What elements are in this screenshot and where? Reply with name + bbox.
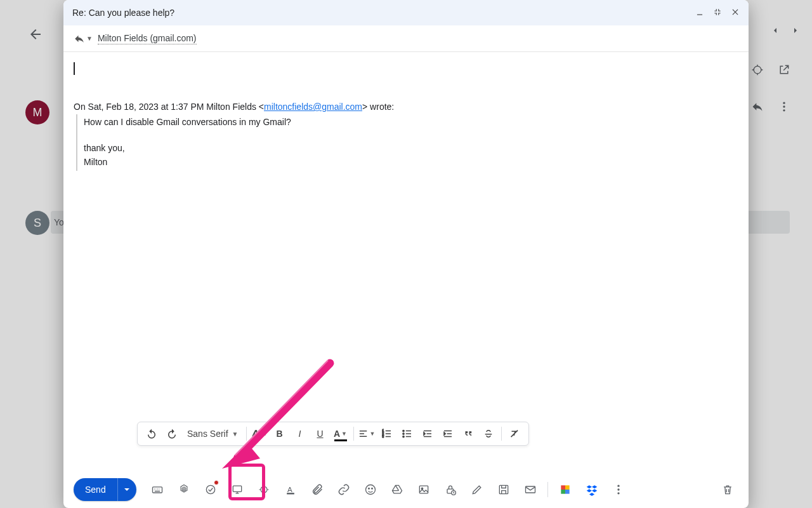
- bulleted-list-button[interactable]: [398, 425, 416, 443]
- svg-rect-17: [287, 493, 294, 495]
- svg-rect-26: [525, 486, 535, 493]
- format-toolbar: Sans Serif▼ ▼ B I U A▼ ▼ 123: [137, 422, 529, 446]
- svg-point-20: [371, 488, 372, 490]
- strikethrough-button[interactable]: [480, 425, 497, 443]
- svg-rect-11: [152, 487, 162, 493]
- attach-icon[interactable]: [306, 479, 328, 500]
- text-color-button[interactable]: A▼: [332, 425, 350, 443]
- svg-rect-28: [565, 485, 570, 490]
- numbered-list-button[interactable]: 123: [378, 425, 396, 443]
- font-size-button[interactable]: ▼: [251, 425, 268, 443]
- svg-point-19: [368, 488, 369, 490]
- svg-point-9: [402, 433, 403, 434]
- compose-header: Re: Can you please help?: [63, 0, 749, 25]
- svg-point-10: [402, 436, 403, 437]
- indent-less-button[interactable]: [419, 425, 436, 443]
- indent-more-button[interactable]: [439, 425, 457, 443]
- quote-button[interactable]: [459, 425, 477, 443]
- svg-point-13: [206, 485, 214, 493]
- emoji-icon[interactable]: [360, 479, 381, 500]
- recipient-chip[interactable]: Milton Fields (gmail.com): [98, 33, 197, 44]
- svg-rect-14: [233, 486, 241, 491]
- svg-point-12: [183, 488, 185, 490]
- screen-icon[interactable]: [226, 479, 248, 500]
- svg-rect-21: [419, 486, 428, 493]
- chevron-down-icon: ▼: [86, 35, 93, 42]
- drive-icon[interactable]: [386, 479, 408, 500]
- svg-point-31: [617, 485, 619, 487]
- dropbox-icon[interactable]: [581, 479, 603, 500]
- recipient-row[interactable]: ▼ Milton Fields (gmail.com): [63, 25, 749, 52]
- compose-window: Re: Can you please help? ▼ Milton Fields…: [63, 0, 749, 508]
- pen-icon[interactable]: [466, 479, 488, 500]
- svg-text:3: 3: [382, 435, 384, 438]
- svg-point-8: [402, 430, 403, 431]
- quote-block: How can I disable Gmail conversations in…: [76, 114, 738, 171]
- redo-button[interactable]: [163, 425, 181, 443]
- compose-bottom-toolbar: Send A: [63, 471, 749, 508]
- svg-point-18: [365, 485, 375, 495]
- more-options-icon[interactable]: [608, 479, 629, 500]
- send-more-button[interactable]: [117, 478, 136, 501]
- keyboard-icon[interactable]: [147, 479, 168, 500]
- exit-fullscreen-icon[interactable]: [713, 8, 722, 18]
- svg-point-32: [617, 488, 619, 490]
- svg-rect-30: [565, 490, 570, 494]
- compose-body[interactable]: On Sat, Feb 18, 2023 at 1:37 PM Milton F…: [63, 52, 749, 471]
- bold-button[interactable]: B: [271, 425, 289, 443]
- align-button[interactable]: ▼: [358, 425, 376, 443]
- svg-point-15: [261, 486, 267, 493]
- minimize-icon[interactable]: [695, 8, 704, 18]
- clear-format-button[interactable]: [506, 425, 523, 443]
- underline-button[interactable]: U: [311, 425, 329, 443]
- link-icon[interactable]: [333, 479, 355, 500]
- save-icon[interactable]: [493, 479, 514, 500]
- grammar-icon[interactable]: [200, 479, 221, 500]
- discard-icon[interactable]: [717, 479, 738, 500]
- mail-icon[interactable]: [520, 479, 541, 500]
- svg-rect-29: [561, 490, 565, 494]
- svg-text:A: A: [287, 485, 292, 493]
- photos-icon[interactable]: [554, 479, 576, 500]
- undo-button[interactable]: [143, 425, 160, 443]
- text-cursor: [74, 62, 75, 75]
- quoted-email-link[interactable]: miltoncfields@gmail.com: [264, 102, 362, 112]
- image-icon[interactable]: [413, 479, 435, 500]
- font-family-button[interactable]: Sans Serif▼: [183, 425, 242, 443]
- quote-intro: On Sat, Feb 18, 2023 at 1:37 PM Milton F…: [74, 100, 738, 113]
- italic-button[interactable]: I: [291, 425, 309, 443]
- svg-rect-25: [499, 485, 508, 493]
- format-toggle-button[interactable]: A: [280, 479, 301, 500]
- reply-type-button[interactable]: ▼: [74, 33, 93, 44]
- svg-point-33: [617, 492, 619, 494]
- target-icon[interactable]: [253, 479, 275, 500]
- send-button[interactable]: Send: [74, 478, 136, 501]
- compose-subject: Re: Can you please help?: [72, 8, 695, 18]
- svg-rect-4: [697, 14, 702, 15]
- confidential-icon[interactable]: [440, 479, 461, 500]
- close-icon[interactable]: [731, 8, 740, 18]
- send-label[interactable]: Send: [74, 478, 117, 501]
- svg-rect-27: [561, 485, 565, 490]
- chatgpt-icon[interactable]: [173, 479, 195, 500]
